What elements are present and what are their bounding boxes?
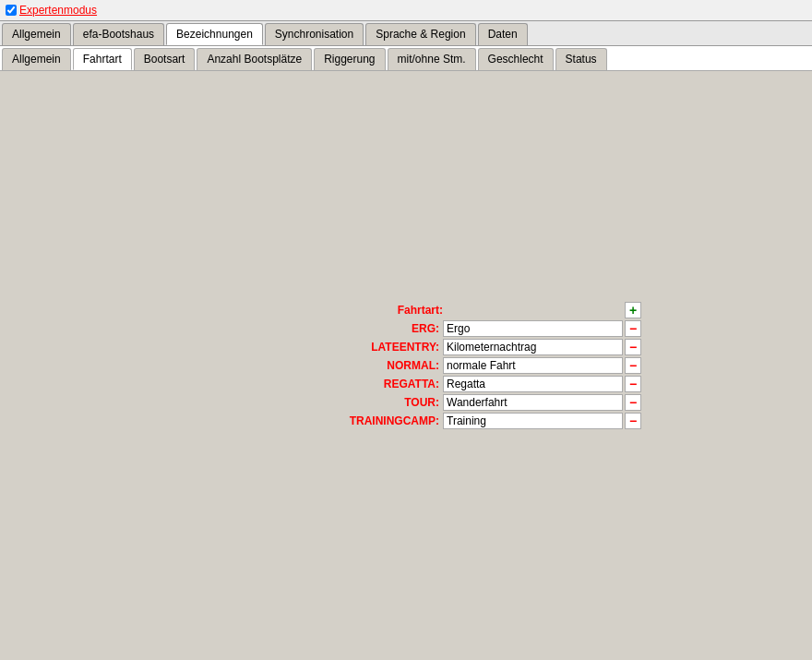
fahrtart-header-row: Fahrtart: + xyxy=(341,302,643,318)
entry-value-5[interactable] xyxy=(443,413,623,429)
inner-tab-mit-ohne-stm[interactable]: mit/ohne Stm. xyxy=(388,48,476,70)
entry-key-0: ERG: xyxy=(412,322,443,335)
top-bar: Expertenmodus xyxy=(0,0,812,21)
entry-value-2[interactable] xyxy=(443,357,623,374)
outer-tab-allgemein[interactable]: Allgemein xyxy=(2,23,71,45)
fahrtart-entry-row-5: TRAININGCAMP:− xyxy=(341,413,643,429)
remove-entry-button-2[interactable]: − xyxy=(625,357,641,374)
tab-bar-inner: AllgemeinFahrtartBootsartAnzahl Bootsplä… xyxy=(0,46,812,71)
fahrtart-title: Fahrtart: xyxy=(398,304,443,317)
inner-tab-status[interactable]: Status xyxy=(555,48,607,70)
inner-tab-allgemein[interactable]: Allgemein xyxy=(2,48,71,70)
remove-entry-button-1[interactable]: − xyxy=(625,339,641,355)
outer-tab-bezeichnungen[interactable]: Bezeichnungen xyxy=(166,23,263,45)
remove-entry-button-5[interactable]: − xyxy=(625,413,641,429)
expertenmodus-label[interactable]: Expertenmodus xyxy=(19,4,97,17)
inner-tab-geschlecht[interactable]: Geschlecht xyxy=(478,48,554,70)
entry-key-1: LATEENTRY: xyxy=(371,341,443,354)
expertenmodus-checkbox[interactable]: Expertenmodus xyxy=(6,4,97,17)
main-content: Fahrtart: + ERG:−LATEENTRY:−NORMAL:−REGA… xyxy=(0,71,812,659)
entry-key-4: TOUR: xyxy=(404,396,443,409)
remove-entry-button-3[interactable]: − xyxy=(625,376,641,392)
fahrtart-entry-row-0: ERG:− xyxy=(341,320,643,337)
remove-entry-button-4[interactable]: − xyxy=(625,394,641,411)
entry-key-2: NORMAL: xyxy=(387,359,443,372)
remove-entry-button-0[interactable]: − xyxy=(625,320,641,337)
entry-key-3: REGATTA: xyxy=(384,378,443,390)
inner-tab-fahrtart[interactable]: Fahrtart xyxy=(73,48,132,70)
outer-tab-daten[interactable]: Daten xyxy=(478,23,528,45)
outer-tab-efa-bootshaus[interactable]: efa-Bootshaus xyxy=(73,23,164,45)
expertenmodus-check[interactable] xyxy=(6,5,17,16)
fahrtart-entry-row-2: NORMAL:− xyxy=(341,357,643,374)
entry-key-5: TRAININGCAMP: xyxy=(350,414,443,427)
tab-bar-outer: Allgemeinefa-BootshausBezeichnungenSynch… xyxy=(0,21,812,46)
outer-tab-synchronisation[interactable]: Synchronisation xyxy=(265,23,364,45)
entry-value-0[interactable] xyxy=(443,320,623,337)
fahrtart-entry-row-3: REGATTA:− xyxy=(341,376,643,392)
fahrtart-entry-row-1: LATEENTRY:− xyxy=(341,339,643,355)
outer-tab-sprache-region[interactable]: Sprache & Region xyxy=(365,23,475,45)
inner-tab-anzahl-bootsplaetze[interactable]: Anzahl Bootsplätze xyxy=(197,48,312,70)
fahrtart-entry-row-4: TOUR:− xyxy=(341,394,643,411)
fahrtart-section: Fahrtart: + ERG:−LATEENTRY:−NORMAL:−REGA… xyxy=(341,302,643,431)
entry-value-4[interactable] xyxy=(443,394,623,411)
entry-value-3[interactable] xyxy=(443,376,623,392)
inner-tab-riggerung[interactable]: Riggerung xyxy=(314,48,385,70)
add-fahrtart-button[interactable]: + xyxy=(625,302,641,318)
entry-value-1[interactable] xyxy=(443,339,623,355)
inner-tab-bootsart[interactable]: Bootsart xyxy=(134,48,196,70)
